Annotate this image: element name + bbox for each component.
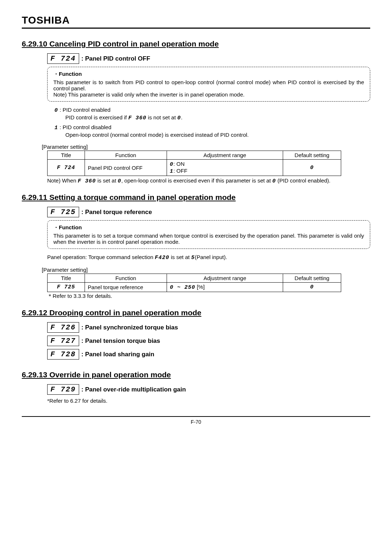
th-title: Title [48,151,85,160]
table-row: F 724 Panel PID control OFF 0: ON 1: OFF… [48,160,341,176]
note-code1: F 360 [78,178,96,184]
panel-op-val: 5 [191,255,195,261]
param-code-f728: F 728 [47,349,79,360]
param-title-f726: : Panel synchronized torque bias [81,324,178,331]
th-function: Function [85,151,167,160]
note-b: is set at [96,177,118,184]
param-title-f725: : Panel torque reference [81,209,152,216]
th-default: Default setting [283,151,341,160]
th-default: Default setting [283,274,341,283]
range-1-text: : OFF [173,168,187,174]
opt0-sub-zero: 0 [177,115,181,121]
function-text: This parameter is to switch from PID con… [53,79,364,91]
range-0-text: : ON [173,161,185,167]
parameter-setting-label-2: [Parameter setting] [42,267,370,273]
param-code-f727: F 727 [47,336,79,346]
function-label: Function [53,71,364,78]
param-title-f729: : Panel over-ride multiplication gain [81,386,186,393]
option-0-sub: PID control is exercised if F 360 is not… [65,114,370,121]
note-a: Note) When [47,177,78,184]
param-title-f724: : Panel PID control OFF [81,55,150,62]
table-row: F 725 Panel torque reference 0 ~ 250 [%]… [48,283,341,292]
td-default: 0 [283,283,341,292]
table-header-row: Title Function Adjustment range Default … [48,274,341,283]
param-code-f729: F 729 [47,384,79,395]
section-heading-62911: 6.29.11 Setting a torque command in pane… [22,193,370,202]
param-code-f724: F 724 [47,53,79,64]
opt0-sub-a: PID control is exercised if [65,114,128,120]
td-range: 0: ON 1: OFF [167,160,283,176]
param-title-f728: : Panel load sharing gain [81,351,154,358]
note-zero1: 0 [118,178,121,184]
panel-op-c: (Panel input). [195,254,227,260]
option-1-sub: Open-loop control (normal control mode) … [65,132,370,138]
note-zero2: 0 [272,178,276,184]
range-code: 0 ~ 250 [170,284,195,291]
note-c: , open-loop control is exercised even if… [121,177,272,184]
note-d: (PID control enabled). [276,177,330,184]
param-code-f725: F 725 [47,207,79,217]
option-0: 0 : PID control enabled [54,107,370,114]
th-range: Adjustment range [167,151,283,160]
th-range: Adjustment range [167,274,283,283]
option-1-code: 1 [54,125,58,131]
panel-op-code: F420 [155,255,170,261]
td-func: Panel torque reference [85,283,167,292]
td-default: 0 [283,160,341,176]
th-title: Title [48,274,85,283]
function-label-2: Function [53,224,364,231]
range-unit: [%] [195,284,205,290]
opt0-sub-b: is not set at [146,114,177,120]
param-table-f724: Title Function Adjustment range Default … [47,151,341,176]
td-range: 0 ~ 250 [%] [167,283,283,292]
refer-note-627: *Refer to 6.27 for details. [47,398,370,404]
panel-operation-note: Panel operation: Torque command selectio… [47,254,370,261]
function-box-f724: Function This parameter is to switch fro… [47,67,370,102]
td-title: F 724 [48,160,85,176]
section-heading-62912: 6.29.12 Drooping control in panel operat… [22,308,370,317]
opt0-sub-c: . [181,114,182,120]
page-footer: F-70 [22,416,370,425]
panel-op-b: is set at [170,254,191,260]
section-heading-62913: 6.29.13 Override in panel operation mode [22,370,370,379]
option-1-label: : PID control disabled [58,124,111,130]
range-0-code: 0 [170,161,173,168]
param-table-f725: Title Function Adjustment range Default … [47,274,341,292]
param-code-f726: F 726 [47,322,79,333]
th-function: Function [85,274,167,283]
function-box-f725: Function This parameter is to set a torq… [47,220,370,249]
function-text-2: This parameter is to set a torque comman… [53,233,364,245]
td-title: F 725 [48,283,85,292]
panel-op-a: Panel operation: Torque command selectio… [47,254,155,260]
param-title-f727: : Panel tension torque bias [81,337,160,345]
table-header-row: Title Function Adjustment range Default … [48,151,341,160]
td-func: Panel PID control OFF [85,160,167,176]
table-note-f724: Note) When F 360 is set at 0, open-loop … [47,177,370,184]
refer-note-333: ＊Refer to 3.3.3 for details. [47,293,370,300]
opt0-sub-code: F 360 [128,115,146,121]
brand-logo: TOSHIBA [22,15,370,29]
section-heading-62910: 6.29.10 Canceling PID control in panel o… [22,40,370,48]
range-1-code: 1 [170,168,173,175]
option-0-label: : PID control enabled [58,107,110,113]
parameter-setting-label-1: [Parameter setting] [42,144,370,150]
option-1: 1 : PID control disabled [54,124,370,131]
option-0-code: 0 [54,107,58,114]
function-note: Note) This parameter is valid only when … [53,91,364,98]
